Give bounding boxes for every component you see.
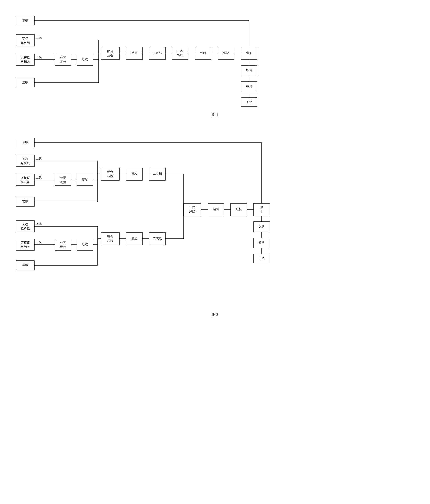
label-shangxian1: 上线	[36, 36, 42, 39]
box-tiehelang	[101, 47, 119, 60]
label2-erbiaozhi1: 二表纸	[153, 172, 162, 175]
label2-xiaxian: 下线	[259, 256, 265, 260]
label2-tiexin: 贴芯	[131, 172, 137, 175]
box2-weizhi2	[55, 239, 71, 250]
label-shangxian2: 上线	[36, 55, 42, 59]
label2-penjiao1: 喷胶	[82, 178, 88, 181]
label2-weizhi2-1: 位置	[60, 241, 66, 244]
label2-shangxian1: 上线	[36, 156, 42, 160]
label2-tiemian: 贴面	[213, 207, 219, 211]
label2-shangxian2: 上线	[36, 176, 42, 179]
box2-tiehelang2	[101, 233, 119, 245]
box2-waleng2	[16, 221, 35, 232]
label2-xinzhi: 芯纸	[22, 200, 28, 203]
label2-penjiao2: 喷胶	[82, 243, 88, 246]
label-penjiao: 喷胶	[82, 58, 88, 61]
figure2-container: 表纸 瓦楞 原料纸 上线 瓦楞原 料纸条 上线 芯纸 位置 调整 喷胶 贴合 压…	[9, 129, 421, 329]
box-weizhitiaojie	[55, 54, 71, 65]
label2-tiehelang1-1: 贴合	[107, 170, 113, 173]
box2-waleng1	[16, 155, 35, 167]
label-weizhi-1: 位置	[60, 56, 66, 59]
label2-waleng2-1: 瓦楞	[22, 223, 28, 226]
label2-lizhi: 里纸	[22, 263, 28, 267]
label-waleng1-2: 原料纸	[21, 41, 30, 45]
figure1-svg: 表纸 瓦楞 原料纸 上线 瓦楞原 料纸条 上线 里纸 位置 调整 喷胶 贴合 压…	[9, 11, 422, 108]
label2-zongqie: 纵切	[259, 225, 265, 228]
label2-waleng-tiao1-1: 瓦楞原	[21, 176, 30, 180]
label-hengqie: 横切	[246, 84, 252, 88]
label-weizhi-2: 调整	[60, 60, 66, 63]
label-erci-1: 二次	[177, 49, 183, 53]
label2-tiehelang1-2: 压楞	[107, 174, 113, 178]
label2-waleng-tiao2-1: 瓦楞原	[21, 241, 30, 244]
figure1-container: 表纸 瓦楞 原料纸 上线 瓦楞原 料纸条 上线 里纸 位置 调整 喷胶 贴合 压…	[9, 7, 421, 129]
label-honggan: 烘干	[246, 51, 252, 55]
label-waleng1-1: 瓦楞	[22, 37, 28, 40]
label-tiehelang-2: 压楞	[107, 54, 113, 57]
box2-waleng-tiao2	[16, 239, 35, 250]
box2-weizhi1	[55, 174, 71, 186]
label-zhiban: 纸板	[223, 51, 229, 55]
label-tiehelang-1: 贴合	[107, 49, 113, 53]
label2-shangxian3: 上线	[36, 222, 42, 225]
label-waleng-tiao-1: 瓦楞原	[21, 56, 30, 59]
label-lizhi: 里纸	[22, 81, 28, 84]
label2-waleng-tiao2-2: 料纸条	[21, 245, 30, 249]
label2-honggan-2: 干	[260, 209, 263, 213]
label-waleng-tiao-2: 料纸条	[21, 60, 30, 63]
label2-weizhi2-2: 调整	[60, 245, 66, 249]
label2-tieli2: 贴里	[131, 237, 137, 240]
label2-honggan-1: 烘	[260, 205, 263, 209]
label-zongqie: 纵切	[246, 68, 252, 72]
label2-waleng2-2: 原料纸	[21, 227, 30, 230]
label-tiemian: 贴面	[200, 51, 206, 55]
label2-tiehelang2-1: 贴合	[107, 235, 113, 238]
label-tieli: 贴里	[131, 51, 137, 55]
figure2-caption: 图 2	[9, 312, 421, 317]
label-erci-2: 涂胶	[177, 53, 183, 57]
label2-waleng-tiao1-2: 料纸条	[21, 180, 30, 184]
box2-tiehelang1	[101, 168, 119, 180]
label2-weizhi1-1: 位置	[60, 176, 66, 180]
label2-biaozhi: 表纸	[22, 140, 28, 144]
label2-erci-2: 涂胶	[189, 209, 195, 213]
label2-shangxian4: 上线	[36, 240, 42, 244]
box2-waleng-tiao1	[16, 174, 35, 186]
label2-hengqie: 横切	[259, 241, 265, 244]
label2-waleng1-1: 瓦楞	[22, 157, 28, 161]
figure1-caption: 图 1	[9, 112, 421, 117]
label2-erbiaozhi2: 二表纸	[153, 237, 162, 240]
label-erbiaozhi: 二表纸	[153, 51, 162, 55]
label2-tiehelang2-2: 压楞	[107, 239, 113, 243]
label2-zhiban: 纸板	[236, 207, 242, 211]
figure2-svg: 表纸 瓦楞 原料纸 上线 瓦楞原 料纸条 上线 芯纸 位置 调整 喷胶 贴合 压…	[9, 133, 422, 308]
label2-erci-1: 二次	[189, 205, 195, 209]
label2-waleng1-2: 原料纸	[21, 161, 30, 165]
label-biaozhi: 表纸	[22, 18, 28, 22]
label-xiaxian: 下线	[246, 100, 252, 104]
label2-weizhi1-2: 调整	[60, 180, 66, 184]
